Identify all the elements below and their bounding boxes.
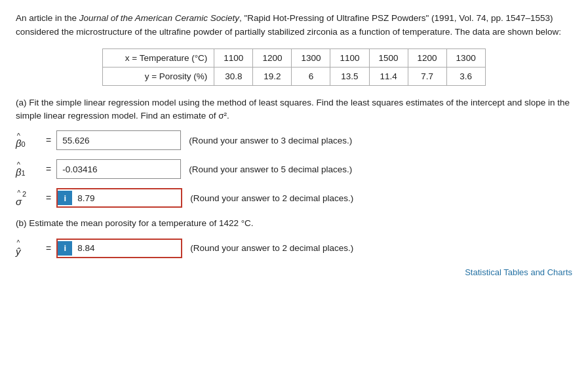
footer-link-text: Statistical Tables and Charts (465, 267, 572, 277)
table-row1-val-4: 1100 (330, 48, 369, 67)
table-row2-val-6: 7.7 (408, 67, 446, 85)
table-row1-val-7: 1300 (446, 48, 485, 67)
yhat-symbol: ^ ŷ (16, 240, 37, 256)
yhat-row: ^ ŷ = i 8.84 (Round your answer to 2 dec… (16, 239, 572, 258)
beta1-value: -0.03416 (62, 164, 97, 174)
beta0-input[interactable]: 55.626 (56, 130, 181, 150)
sigma2-value: 8.79 (75, 193, 181, 203)
yhat-info-button[interactable]: i (58, 241, 72, 256)
beta0-row: ^ β 0 = 55.626 (Round your answer to 3 d… (16, 130, 572, 150)
equals-sign-0: = (46, 135, 51, 145)
table-row1-label: x = Temperature (°C) (103, 48, 214, 67)
equals-sign-2: = (46, 193, 51, 203)
part-a-label: (a) Fit the simple linear regression mod… (16, 96, 572, 123)
table-row1-val-3: 1300 (292, 48, 330, 67)
yhat-value: 8.84 (75, 243, 181, 253)
table-row2-val-7: 3.6 (446, 67, 485, 85)
yhat-input-container: i 8.84 (56, 239, 182, 258)
equals-sign-y: = (46, 243, 51, 254)
beta1-symbol: ^ β 1 (16, 161, 37, 177)
sigma2-note: (Round your answer to 2 decimal places.) (190, 193, 353, 203)
yhat-note: (Round your answer to 2 decimal places.) (190, 243, 353, 253)
table-row2-val-2: 19.2 (253, 67, 292, 85)
beta0-symbol: ^ β 0 (16, 132, 37, 148)
data-table: x = Temperature (°C) 1100 1200 1300 1100… (102, 48, 485, 86)
sigma2-symbol: ^ σ 2 (16, 190, 37, 206)
sigma2-info-button[interactable]: i (58, 191, 72, 205)
table-row2-val-4: 13.5 (330, 67, 369, 85)
sigma2-input-container: i 8.79 (56, 188, 182, 208)
table-row2-val-5: 11.4 (369, 67, 408, 85)
table-row1-val-5: 1500 (369, 48, 408, 67)
beta1-note: (Round your answer to 5 decimal places.) (189, 164, 352, 174)
equals-sign-1: = (46, 164, 51, 174)
beta0-note: (Round your answer to 3 decimal places.) (189, 136, 352, 145)
beta0-value: 55.626 (62, 136, 89, 145)
part-b-label: (b) Estimate the mean porosity for a tem… (16, 217, 572, 230)
beta1-row: ^ β 1 = -0.03416 (Round your answer to 5… (16, 159, 572, 179)
sigma2-row: ^ σ 2 = i 8.79 (Round your answer to 2 d… (16, 188, 572, 208)
beta1-input[interactable]: -0.03416 (56, 159, 181, 179)
table-row1-val-2: 1200 (253, 48, 292, 67)
table-row2-val-3: 6 (292, 67, 330, 85)
table-row1-val-6: 1200 (408, 48, 446, 67)
table-row1-val-1: 1100 (214, 48, 253, 67)
table-row2-label: y = Porosity (%) (103, 67, 214, 85)
table-row2-val-1: 30.8 (214, 67, 253, 85)
intro-paragraph: An article in the Journal of the America… (16, 12, 572, 39)
statistical-tables-link[interactable]: Statistical Tables and Charts (16, 267, 572, 277)
